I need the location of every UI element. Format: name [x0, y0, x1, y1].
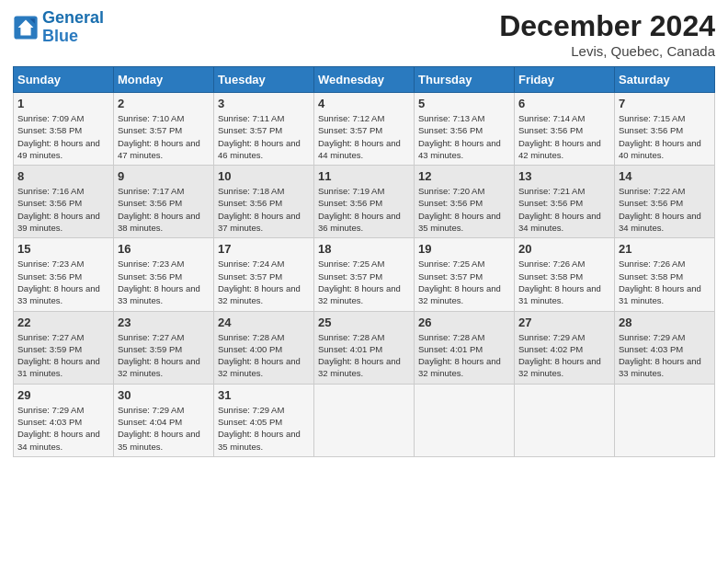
- calendar-cell: 22 Sunrise: 7:27 AMSunset: 3:59 PMDaylig…: [14, 311, 114, 384]
- cell-info: Sunrise: 7:28 AMSunset: 4:01 PMDaylight:…: [418, 332, 501, 379]
- day-header-tuesday: Tuesday: [214, 67, 314, 93]
- calendar-cell: 16 Sunrise: 7:23 AMSunset: 3:56 PMDaylig…: [114, 238, 214, 311]
- logo: General Blue: [13, 9, 104, 46]
- cell-info: Sunrise: 7:26 AMSunset: 3:58 PMDaylight:…: [619, 259, 701, 305]
- cell-info: Sunrise: 7:12 AMSunset: 3:57 PMDaylight:…: [318, 113, 401, 160]
- calendar-cell: 8 Sunrise: 7:16 AMSunset: 3:56 PMDayligh…: [14, 166, 114, 238]
- day-header-monday: Monday: [114, 67, 214, 93]
- day-number: 21: [619, 242, 711, 256]
- calendar-cell: 17 Sunrise: 7:24 AMSunset: 3:57 PMDaylig…: [214, 238, 314, 311]
- day-number: 10: [218, 169, 310, 183]
- day-number: 7: [619, 97, 711, 110]
- calendar-table: SundayMondayTuesdayWednesdayThursdayFrid…: [13, 66, 715, 457]
- day-header-saturday: Saturday: [615, 67, 715, 93]
- day-number: 27: [518, 316, 610, 329]
- calendar-cell: 28 Sunrise: 7:29 AMSunset: 4:03 PMDaylig…: [615, 311, 715, 384]
- calendar-cell: 5 Sunrise: 7:13 AMSunset: 3:56 PMDayligh…: [415, 93, 515, 166]
- header: General Blue December 2024 Levis, Quebec…: [13, 9, 715, 59]
- day-number: 17: [218, 242, 310, 256]
- day-number: 20: [518, 242, 610, 256]
- cell-info: Sunrise: 7:27 AMSunset: 3:59 PMDaylight:…: [17, 332, 100, 379]
- header-row: SundayMondayTuesdayWednesdayThursdayFrid…: [14, 67, 715, 93]
- cell-info: Sunrise: 7:25 AMSunset: 3:57 PMDaylight:…: [318, 259, 401, 305]
- cell-info: Sunrise: 7:21 AMSunset: 3:56 PMDaylight:…: [518, 186, 601, 233]
- day-number: 23: [118, 316, 210, 329]
- cell-info: Sunrise: 7:28 AMSunset: 4:00 PMDaylight:…: [218, 332, 301, 379]
- cell-info: Sunrise: 7:13 AMSunset: 3:56 PMDaylight:…: [418, 113, 501, 160]
- calendar-week-1: 1 Sunrise: 7:09 AMSunset: 3:58 PMDayligh…: [14, 93, 715, 166]
- main-container: General Blue December 2024 Levis, Quebec…: [0, 0, 728, 466]
- cell-info: Sunrise: 7:15 AMSunset: 3:56 PMDaylight:…: [619, 113, 701, 160]
- calendar-cell: 18 Sunrise: 7:25 AMSunset: 3:57 PMDaylig…: [314, 238, 415, 311]
- calendar-cell: 25 Sunrise: 7:28 AMSunset: 4:01 PMDaylig…: [314, 311, 415, 384]
- calendar-cell: 31 Sunrise: 7:29 AMSunset: 4:05 PMDaylig…: [214, 384, 314, 456]
- cell-info: Sunrise: 7:27 AMSunset: 3:59 PMDaylight:…: [118, 332, 200, 379]
- cell-info: Sunrise: 7:09 AMSunset: 3:58 PMDaylight:…: [17, 113, 100, 160]
- cell-info: Sunrise: 7:11 AMSunset: 3:57 PMDaylight:…: [218, 113, 301, 160]
- cell-info: Sunrise: 7:29 AMSunset: 4:03 PMDaylight:…: [17, 405, 100, 452]
- day-number: 14: [619, 169, 711, 183]
- cell-info: Sunrise: 7:20 AMSunset: 3:56 PMDaylight:…: [418, 186, 501, 233]
- cell-info: Sunrise: 7:16 AMSunset: 3:56 PMDaylight:…: [17, 186, 100, 233]
- calendar-cell: [615, 384, 715, 456]
- calendar-cell: 29 Sunrise: 7:29 AMSunset: 4:03 PMDaylig…: [14, 384, 114, 456]
- calendar-cell: 23 Sunrise: 7:27 AMSunset: 3:59 PMDaylig…: [114, 311, 214, 384]
- day-number: 22: [17, 316, 109, 329]
- cell-info: Sunrise: 7:10 AMSunset: 3:57 PMDaylight:…: [118, 113, 200, 160]
- calendar-cell: 27 Sunrise: 7:29 AMSunset: 4:02 PMDaylig…: [515, 311, 615, 384]
- calendar-cell: 4 Sunrise: 7:12 AMSunset: 3:57 PMDayligh…: [314, 93, 415, 166]
- calendar-cell: 10 Sunrise: 7:18 AMSunset: 3:56 PMDaylig…: [214, 166, 314, 238]
- cell-info: Sunrise: 7:29 AMSunset: 4:02 PMDaylight:…: [518, 332, 601, 379]
- cell-info: Sunrise: 7:28 AMSunset: 4:01 PMDaylight:…: [318, 332, 401, 379]
- day-number: 3: [218, 97, 310, 110]
- calendar-cell: 30 Sunrise: 7:29 AMSunset: 4:04 PMDaylig…: [114, 384, 214, 456]
- cell-info: Sunrise: 7:24 AMSunset: 3:57 PMDaylight:…: [218, 259, 301, 305]
- cell-info: Sunrise: 7:29 AMSunset: 4:05 PMDaylight:…: [218, 405, 301, 452]
- calendar-week-5: 29 Sunrise: 7:29 AMSunset: 4:03 PMDaylig…: [14, 384, 715, 456]
- day-number: 9: [118, 169, 210, 183]
- calendar-cell: [314, 384, 415, 456]
- day-number: 8: [17, 169, 109, 183]
- day-number: 12: [418, 169, 510, 183]
- day-number: 4: [318, 97, 410, 110]
- calendar-cell: [515, 384, 615, 456]
- cell-info: Sunrise: 7:29 AMSunset: 4:03 PMDaylight:…: [619, 332, 701, 379]
- title-block: December 2024 Levis, Quebec, Canada: [499, 9, 715, 59]
- calendar-cell: 14 Sunrise: 7:22 AMSunset: 3:56 PMDaylig…: [615, 166, 715, 238]
- calendar-cell: 21 Sunrise: 7:26 AMSunset: 3:58 PMDaylig…: [615, 238, 715, 311]
- cell-info: Sunrise: 7:22 AMSunset: 3:56 PMDaylight:…: [619, 186, 701, 233]
- calendar-week-4: 22 Sunrise: 7:27 AMSunset: 3:59 PMDaylig…: [14, 311, 715, 384]
- day-number: 28: [619, 316, 711, 329]
- calendar-cell: 13 Sunrise: 7:21 AMSunset: 3:56 PMDaylig…: [515, 166, 615, 238]
- logo-text: General Blue: [42, 9, 104, 46]
- calendar-cell: 12 Sunrise: 7:20 AMSunset: 3:56 PMDaylig…: [415, 166, 515, 238]
- calendar-cell: 2 Sunrise: 7:10 AMSunset: 3:57 PMDayligh…: [114, 93, 214, 166]
- cell-info: Sunrise: 7:19 AMSunset: 3:56 PMDaylight:…: [318, 186, 401, 233]
- calendar-week-2: 8 Sunrise: 7:16 AMSunset: 3:56 PMDayligh…: [14, 166, 715, 238]
- day-number: 30: [118, 388, 210, 402]
- cell-info: Sunrise: 7:26 AMSunset: 3:58 PMDaylight:…: [518, 259, 601, 305]
- logo-icon: [13, 15, 39, 40]
- day-number: 5: [418, 97, 510, 110]
- day-number: 15: [17, 242, 109, 256]
- calendar-cell: 15 Sunrise: 7:23 AMSunset: 3:56 PMDaylig…: [14, 238, 114, 311]
- calendar-cell: 24 Sunrise: 7:28 AMSunset: 4:00 PMDaylig…: [214, 311, 314, 384]
- calendar-cell: 6 Sunrise: 7:14 AMSunset: 3:56 PMDayligh…: [515, 93, 615, 166]
- day-number: 25: [318, 316, 410, 329]
- day-number: 11: [318, 169, 410, 183]
- day-number: 2: [118, 97, 210, 110]
- cell-info: Sunrise: 7:17 AMSunset: 3:56 PMDaylight:…: [118, 186, 200, 233]
- cell-info: Sunrise: 7:29 AMSunset: 4:04 PMDaylight:…: [118, 405, 200, 452]
- calendar-cell: 1 Sunrise: 7:09 AMSunset: 3:58 PMDayligh…: [14, 93, 114, 166]
- day-number: 18: [318, 242, 410, 256]
- cell-info: Sunrise: 7:18 AMSunset: 3:56 PMDaylight:…: [218, 186, 301, 233]
- day-number: 1: [17, 97, 109, 110]
- calendar-cell: 20 Sunrise: 7:26 AMSunset: 3:58 PMDaylig…: [515, 238, 615, 311]
- day-header-thursday: Thursday: [415, 67, 515, 93]
- page-title: December 2024: [499, 9, 715, 43]
- cell-info: Sunrise: 7:23 AMSunset: 3:56 PMDaylight:…: [17, 259, 100, 305]
- calendar-cell: [415, 384, 515, 456]
- day-number: 6: [518, 97, 610, 110]
- day-number: 26: [418, 316, 510, 329]
- day-number: 31: [218, 388, 310, 402]
